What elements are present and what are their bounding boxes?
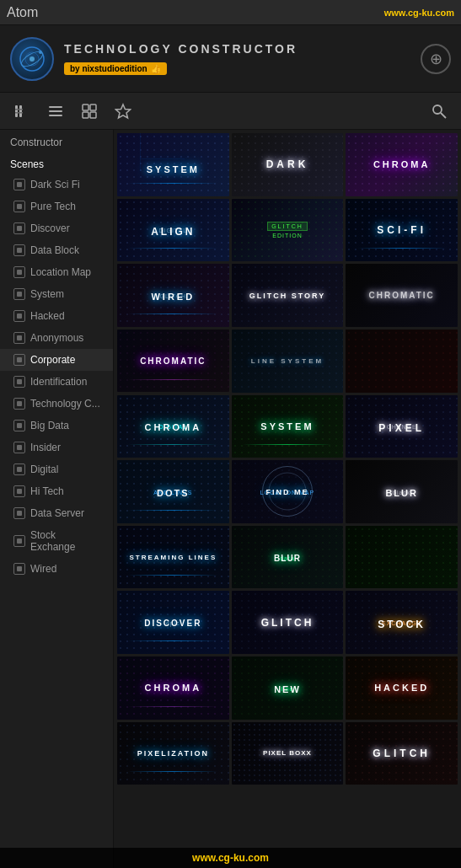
grid-label: discover [144, 619, 201, 628]
sidebar-item-identification[interactable]: Identification [0, 371, 113, 393]
star-icon [115, 103, 131, 120]
sidebar-item-icon [13, 310, 25, 322]
sidebar-item-data-block[interactable]: Data Block [0, 239, 113, 261]
top-bar: Atom www.cg-ku.com [0, 0, 461, 25]
grid-item-scifi[interactable]: SCI-FI [346, 199, 458, 262]
grid-item-red[interactable] [346, 330, 458, 393]
grid-item-discover2[interactable]: discover epic [117, 591, 229, 654]
grid-item-glitch-story[interactable]: GLITCH STORY [232, 264, 344, 327]
grid-item-glitch[interactable]: GLITCH EDITION [232, 199, 344, 262]
grid-label: FIND ME [265, 488, 308, 496]
sidebar-item-anonymous[interactable]: Anonymous [0, 327, 113, 349]
sidebar-item-discover[interactable]: Discover [0, 217, 113, 239]
header-text: TECHNOLOGY CONSTRUCTOR by nixstudioediti… [64, 42, 410, 75]
sidebar: Constructor Scenes Dark Sci Fi Pure Tech… [0, 130, 114, 868]
grid-item-glitch4[interactable]: GLITCH [346, 722, 458, 785]
nav-icon[interactable]: ⊕ [421, 44, 451, 74]
grid-item-system2[interactable]: SYSTEM [232, 395, 344, 458]
grid-label: SYSTEM [147, 164, 200, 174]
grid-label: chromatic [368, 291, 434, 300]
sidebar-item-location-map[interactable]: Location Map [0, 261, 113, 283]
grid-label: STREAMING LINES [129, 554, 217, 561]
grid-item-stream-lines[interactable]: STREAMING LINES [117, 526, 229, 589]
sidebar-item-wired[interactable]: Wired [0, 558, 113, 580]
svg-rect-9 [49, 106, 62, 108]
svg-rect-12 [83, 104, 88, 110]
grid-item-pixelization[interactable]: PIXELIZATION [117, 722, 229, 785]
grid-item-blur-data[interactable]: blur data [232, 526, 344, 589]
grid-button[interactable] [74, 96, 105, 126]
grid-item-chromatic-mask[interactable]: chromatic [346, 264, 458, 327]
grid-item-new-line[interactable]: New line [232, 656, 344, 720]
grid-label: glitch [261, 617, 314, 629]
content-area: SYSTEM DARK CHROMA [114, 130, 461, 868]
sidebar-item-icon [13, 288, 25, 300]
grid-item-system[interactable]: SYSTEM [117, 133, 229, 196]
grid-label: Blur [385, 488, 418, 498]
grid-label: ALIGN [151, 226, 195, 238]
svg-line-18 [441, 113, 446, 118]
favorites-button[interactable] [108, 96, 138, 126]
search-button[interactable] [424, 96, 454, 126]
grid-label: SCI-FI [377, 224, 426, 236]
grid-item-find-me[interactable]: FIND ME LOCATION MAP [232, 460, 344, 523]
grid-label: GLITCH [267, 222, 308, 231]
sidebar-item-hi-tech[interactable]: Hi Tech [0, 480, 113, 502]
sidebar-item-hacked[interactable]: Hacked [0, 305, 113, 327]
app-name: Atom [7, 5, 38, 20]
grid-label: GLITCH [373, 747, 431, 759]
grid-item-blur[interactable]: Blur black [346, 460, 458, 523]
grid-item-line-system[interactable]: LINE SYSTEM [232, 330, 344, 393]
svg-marker-16 [116, 104, 131, 118]
grid-item-dots[interactable]: DOTS AND LINES [117, 460, 229, 523]
grid-label: CHROMA [373, 159, 431, 169]
sidebar-item-data-server[interactable]: Data Server [0, 502, 113, 524]
grid-label: SYSTEM [260, 421, 314, 431]
list-button[interactable] [40, 96, 71, 126]
grid-item-pixel-dots[interactable]: PIXEL BOXX [232, 722, 344, 785]
sidebar-item-technology-c[interactable]: Technology C... [0, 393, 113, 415]
grid-label: New [274, 684, 301, 694]
svg-rect-14 [83, 112, 88, 118]
sidebar-item-stock-exchange[interactable]: Stock Exchange [0, 524, 113, 558]
grid-item-align[interactable]: ALIGN DIGITAL [117, 199, 229, 262]
sidebar-item-icon [13, 485, 25, 497]
main-layout: Constructor Scenes Dark Sci Fi Pure Tech… [0, 130, 461, 868]
sidebar-item-digital[interactable]: Digital [0, 458, 113, 480]
grid-sublabel: EDITION [272, 233, 302, 238]
grid-item-stock[interactable]: STOCK EXCHANGE [346, 591, 458, 654]
grid-label: GLITCH STORY [249, 292, 326, 300]
grid-item-wired[interactable]: WIRED GLITCH [117, 264, 229, 327]
grid-item-pixel[interactable]: PIXEL CHANGE [346, 395, 458, 458]
grid-label: blur [274, 554, 301, 563]
sidebar-item-pure-tech[interactable]: Pure Tech [0, 196, 113, 217]
grid-icon [81, 103, 98, 120]
sidebar-item-icon [13, 179, 25, 190]
grid-item-dark[interactable]: DARK [232, 133, 344, 196]
svg-rect-15 [90, 112, 96, 118]
grid-item-chroma3[interactable]: CHROMA [117, 656, 229, 720]
sidebar-item-insider[interactable]: Insider [0, 437, 113, 458]
sidebar-section-scenes[interactable]: Scenes [0, 152, 113, 174]
author-badge: by nixstudioedition 👍 [64, 62, 167, 75]
grid-label: STOCK [378, 619, 426, 630]
grid-item-chromatic2[interactable]: CHROMATIC [117, 330, 229, 393]
sidebar-item-icon [13, 266, 25, 278]
sidebar-item-icon [13, 354, 25, 366]
sidebar-item-system[interactable]: System [0, 283, 113, 305]
sidebar-section-constructor[interactable]: Constructor [0, 130, 113, 152]
sidebar-item-icon [13, 420, 25, 431]
grid-item-hacked[interactable]: HACKED [346, 656, 458, 720]
sidebar-item-icon [13, 332, 25, 344]
grid-label: PIXEL [378, 422, 425, 434]
layout-button[interactable] [7, 96, 37, 126]
grid-item-chroma2[interactable]: CHROMA DIGITAL [117, 395, 229, 458]
sidebar-item-dark-sci-fi[interactable]: Dark Sci Fi [0, 174, 113, 196]
svg-rect-11 [49, 115, 62, 116]
sidebar-item-big-data[interactable]: Big Data [0, 415, 113, 437]
svg-rect-6 [19, 105, 22, 117]
grid-item-chroma[interactable]: CHROMA [346, 133, 458, 196]
grid-item-glitch3[interactable]: glitch [232, 591, 344, 654]
grid-item-green[interactable] [346, 526, 458, 589]
sidebar-item-corporate[interactable]: Corporate [0, 349, 113, 371]
